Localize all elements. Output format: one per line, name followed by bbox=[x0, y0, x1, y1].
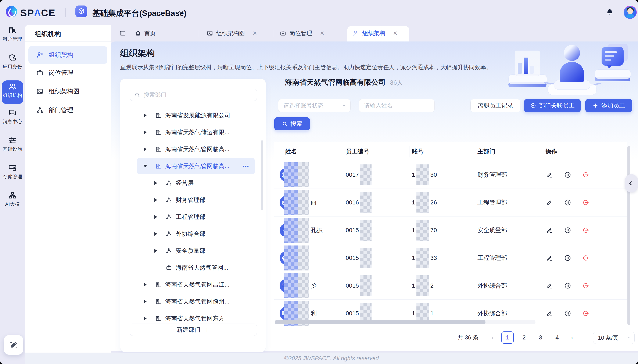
tree-scrollbar[interactable] bbox=[261, 140, 263, 210]
tree-item-selected[interactable]: 海南省天然气管网临高... ⋯ bbox=[137, 158, 255, 174]
pause-account-icon[interactable] bbox=[564, 254, 572, 262]
sidebar-item-org-chart[interactable]: 组织架构图 bbox=[28, 82, 107, 100]
resign-icon[interactable] bbox=[582, 282, 590, 290]
tree-item[interactable]: 海南省天然气管网昌江... bbox=[125, 276, 261, 293]
link-department-employees-button[interactable]: 部门关联员工 bbox=[524, 99, 581, 112]
sidebar-item-position-mgmt[interactable]: 岗位管理 bbox=[28, 64, 107, 82]
caret-down-icon[interactable] bbox=[143, 165, 147, 168]
tree-item[interactable]: 海南省天然气管网东方 bbox=[125, 310, 261, 321]
resign-icon[interactable] bbox=[582, 171, 590, 179]
rail-item-tenant[interactable]: 租户管理 bbox=[0, 26, 25, 48]
edit-icon[interactable] bbox=[545, 254, 553, 262]
caret-right-icon[interactable] bbox=[144, 316, 147, 320]
chevron-down-icon bbox=[627, 336, 631, 340]
rail-item-identity[interactable]: 应用身份 bbox=[0, 53, 25, 75]
resign-icon[interactable] bbox=[582, 310, 590, 318]
tree-item[interactable]: 安全质量部 bbox=[125, 242, 261, 259]
rail-item-infra[interactable]: 基础设施 bbox=[0, 136, 25, 158]
app-cube-icon[interactable] bbox=[75, 6, 87, 17]
edit-icon[interactable] bbox=[545, 226, 553, 234]
search-button[interactable]: 搜索 bbox=[274, 117, 310, 130]
sidebar-item-org-structure[interactable]: 组织架构 bbox=[28, 46, 107, 64]
pause-account-icon[interactable] bbox=[564, 282, 572, 290]
page-3[interactable]: 3 bbox=[534, 332, 547, 344]
resign-icon[interactable] bbox=[582, 254, 590, 262]
edit-icon[interactable] bbox=[545, 310, 553, 318]
prev-page-icon[interactable]: ‹ bbox=[492, 334, 494, 341]
caret-right-icon[interactable] bbox=[154, 249, 157, 253]
tree-item[interactable]: 海南省天然气管网临高... bbox=[125, 141, 261, 158]
caret-right-icon[interactable] bbox=[154, 181, 157, 185]
tab-close-icon[interactable]: ✕ bbox=[393, 30, 398, 36]
resigned-records-button[interactable]: 离职员工记录 bbox=[470, 99, 520, 112]
table-hscrollbar-thumb[interactable] bbox=[275, 320, 485, 324]
resign-icon[interactable] bbox=[582, 198, 590, 206]
caret-right-icon[interactable] bbox=[154, 215, 157, 219]
pause-account-icon[interactable] bbox=[564, 198, 572, 206]
rail-item-ai[interactable]: AI大模 bbox=[0, 191, 25, 213]
page-4[interactable]: 4 bbox=[551, 332, 563, 344]
panel-collapse-handle[interactable] bbox=[625, 174, 638, 192]
space-logo-icon bbox=[6, 6, 17, 17]
employee-id: 0015 bbox=[346, 282, 359, 289]
tab-close-icon[interactable]: ✕ bbox=[320, 30, 325, 36]
name-filter-input[interactable] bbox=[359, 102, 428, 109]
caret-right-icon[interactable] bbox=[144, 147, 147, 151]
tab-home[interactable]: 首页 bbox=[135, 25, 156, 42]
redacted-mosaic bbox=[284, 218, 298, 243]
more-actions-icon[interactable]: ⋯ bbox=[242, 162, 255, 170]
tree-search-box[interactable] bbox=[130, 89, 257, 101]
caret-right-icon[interactable] bbox=[144, 130, 147, 134]
employee-id: 0015 bbox=[346, 227, 359, 234]
user-avatar[interactable] bbox=[623, 6, 637, 19]
tab-org-chart[interactable]: 组织架构图 ✕ bbox=[206, 25, 257, 42]
rail-item-org[interactable]: 组织机构 bbox=[2, 80, 23, 104]
caret-right-icon[interactable] bbox=[154, 198, 157, 202]
pause-account-icon[interactable] bbox=[564, 226, 572, 234]
pause-account-icon[interactable] bbox=[564, 171, 572, 179]
app-switcher-chevron-icon[interactable] bbox=[178, 9, 184, 15]
notifications-bell-icon[interactable] bbox=[605, 8, 614, 16]
tree-item[interactable]: 海南省发展能源有限公司 bbox=[125, 107, 261, 124]
page-size-select[interactable]: 10 条/页 bbox=[593, 332, 634, 344]
tab-close-icon[interactable]: ✕ bbox=[252, 30, 257, 36]
plus-icon: ＋ bbox=[204, 326, 210, 334]
rail-item-message[interactable]: 消息中心 bbox=[0, 108, 25, 130]
tree-item[interactable]: 工程管理部 bbox=[125, 208, 261, 226]
name-filter-field[interactable] bbox=[359, 99, 435, 112]
tree-item[interactable]: 海南省天然气管网... bbox=[125, 259, 261, 276]
app-switcher[interactable]: 基础集成平台(SpaceBase) bbox=[92, 8, 186, 18]
next-page-icon[interactable]: › bbox=[571, 334, 573, 341]
tree-item[interactable]: 经营层 bbox=[125, 174, 261, 192]
tab-position-mgmt[interactable]: 岗位管理 ✕ bbox=[280, 25, 325, 42]
account-status-select[interactable]: 请选择账号状态 bbox=[278, 99, 351, 112]
company-header: 海南省天然气管网临高有限公司 36人 bbox=[285, 78, 403, 87]
pause-account-icon[interactable] bbox=[564, 310, 572, 318]
caret-right-icon[interactable] bbox=[144, 300, 147, 304]
tree-item[interactable]: 海南省天然气管网儋州... bbox=[125, 293, 261, 310]
redacted-mosaic bbox=[416, 192, 429, 213]
edit-icon[interactable] bbox=[545, 198, 553, 206]
tree-item[interactable]: 外协综合部 bbox=[125, 226, 261, 242]
tab-list-toggle[interactable] bbox=[119, 25, 129, 42]
ai-assistant-button[interactable] bbox=[4, 335, 23, 355]
building-icon bbox=[155, 298, 161, 305]
rail-item-storage[interactable]: 存储管理 bbox=[0, 164, 25, 186]
caret-right-icon[interactable] bbox=[154, 232, 157, 236]
tree-search-input[interactable] bbox=[143, 92, 246, 98]
tree-item[interactable]: 海南省天然气储运有限... bbox=[125, 124, 261, 141]
caret-right-icon[interactable] bbox=[144, 283, 147, 286]
page-2[interactable]: 2 bbox=[518, 332, 530, 344]
table-vscrollbar[interactable] bbox=[627, 146, 630, 325]
edit-icon[interactable] bbox=[545, 171, 553, 179]
sidebar-item-dept-mgmt[interactable]: 部门管理 bbox=[28, 101, 107, 119]
resign-icon[interactable] bbox=[582, 226, 590, 234]
edit-icon[interactable] bbox=[545, 282, 553, 290]
new-department-button[interactable]: 新建部门＋ bbox=[130, 324, 257, 336]
tree-item[interactable]: 财务管理部 bbox=[125, 192, 261, 208]
tab-org-structure-active[interactable]: 组织架构 ✕ bbox=[353, 25, 398, 42]
caret-right-icon[interactable] bbox=[144, 114, 147, 117]
page-1[interactable]: 1 bbox=[501, 332, 514, 344]
redacted-mosaic bbox=[360, 220, 372, 240]
add-employee-button[interactable]: 添加员工 bbox=[585, 99, 632, 112]
